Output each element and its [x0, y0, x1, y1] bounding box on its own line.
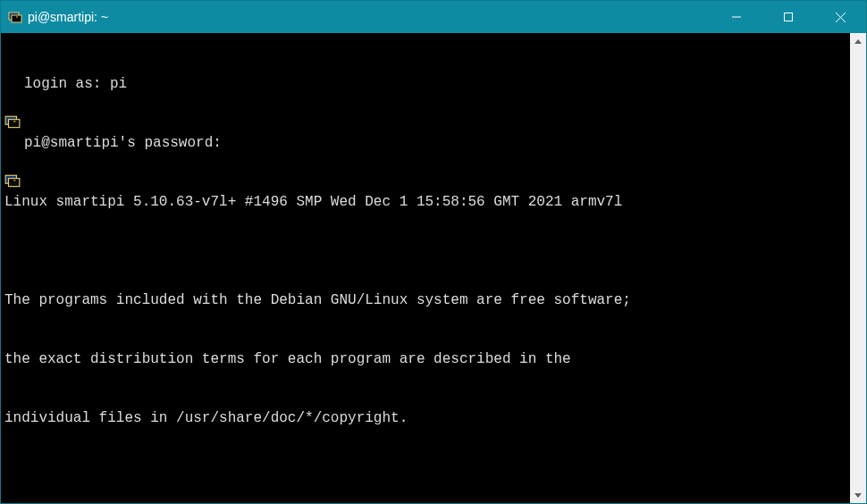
scroll-down-arrow[interactable]: [850, 487, 866, 503]
terminal-text: login as: pi: [24, 74, 127, 94]
terminal-icon: [4, 134, 22, 152]
svg-rect-11: [9, 179, 20, 187]
window-title: pi@smartipi: ~: [28, 10, 711, 24]
putty-app-icon: [8, 10, 22, 24]
svg-rect-7: [5, 116, 16, 124]
window-controls: [711, 1, 866, 33]
terminal-icon: [4, 75, 22, 93]
terminal-text: The programs included with the Debian GN…: [4, 290, 850, 310]
putty-window: pi@smartipi: ~: [0, 0, 867, 504]
maximize-button[interactable]: [762, 1, 814, 33]
svg-rect-10: [5, 175, 16, 183]
terminal-text: Linux smartipi 5.10.63-v7l+ #1496 SMP We…: [4, 192, 850, 212]
svg-marker-14: [854, 493, 862, 498]
close-button[interactable]: [814, 1, 866, 33]
titlebar[interactable]: pi@smartipi: ~: [1, 1, 866, 33]
scroll-up-arrow[interactable]: [850, 33, 866, 49]
terminal-text: pi@smartipi's password:: [24, 133, 222, 153]
terminal-area: login as: pi pi@smartipi's password: Lin…: [1, 33, 866, 503]
login-line: login as: pi: [4, 74, 850, 94]
svg-rect-8: [9, 120, 20, 128]
svg-rect-4: [785, 13, 793, 21]
password-line: pi@smartipi's password:: [4, 133, 850, 153]
terminal[interactable]: login as: pi pi@smartipi's password: Lin…: [1, 33, 850, 503]
terminal-text: individual files in /usr/share/doc/*/cop…: [4, 408, 850, 428]
vertical-scrollbar[interactable]: [850, 33, 866, 503]
terminal-text: the exact distribution terms for each pr…: [4, 349, 850, 369]
svg-rect-1: [12, 15, 21, 22]
minimize-button[interactable]: [711, 1, 762, 33]
svg-marker-13: [854, 39, 862, 44]
